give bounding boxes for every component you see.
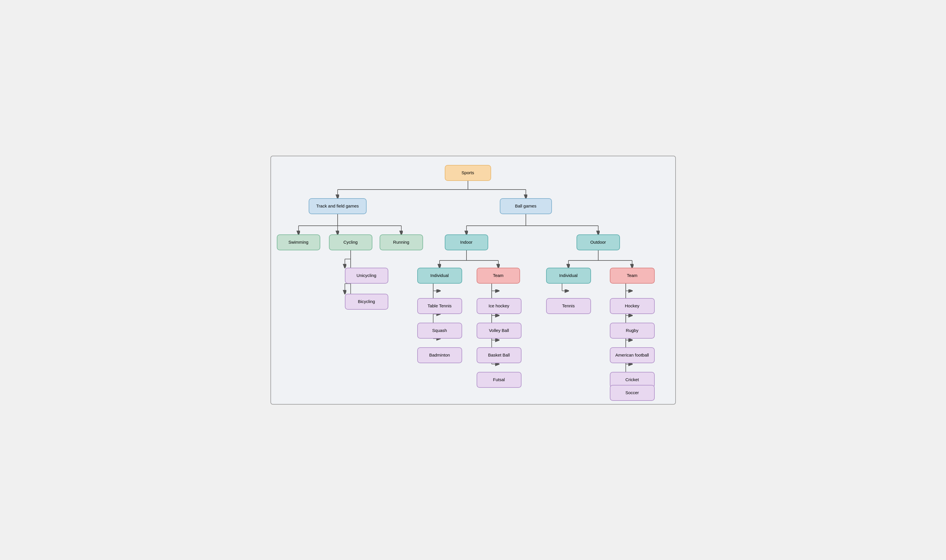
node-sports: Sports bbox=[445, 165, 491, 181]
node-basketball: Basket Ball bbox=[477, 347, 521, 363]
node-hockey: Hockey bbox=[610, 298, 655, 314]
node-track: Track and field games bbox=[309, 198, 367, 214]
node-ball: Ball games bbox=[500, 198, 552, 214]
node-badminton: Badminton bbox=[417, 347, 462, 363]
diagram-container: Sports Track and field games Ball games … bbox=[270, 156, 676, 405]
node-individual-outdoor: Individual bbox=[546, 268, 591, 284]
node-swimming: Swimming bbox=[277, 234, 320, 250]
node-squash: Squash bbox=[417, 323, 462, 338]
node-individual-indoor: Individual bbox=[417, 268, 462, 284]
node-indoor: Indoor bbox=[445, 234, 488, 250]
node-team-indoor: Team bbox=[477, 268, 520, 284]
node-americanfootball: American football bbox=[610, 347, 655, 363]
node-soccer: Soccer bbox=[610, 385, 655, 401]
node-tabletennis: Table Tennis bbox=[417, 298, 462, 314]
node-bicycling: Bicycling bbox=[345, 294, 388, 310]
node-cycling: Cycling bbox=[329, 234, 372, 250]
node-rugby: Rugby bbox=[610, 323, 655, 338]
node-team-outdoor: Team bbox=[610, 268, 655, 284]
node-running: Running bbox=[380, 234, 423, 250]
node-volleyball: Volley Ball bbox=[477, 323, 521, 338]
node-outdoor: Outdoor bbox=[576, 234, 620, 250]
node-futsal: Futsal bbox=[477, 372, 521, 388]
node-unicycling: Unicycling bbox=[345, 268, 388, 284]
node-tennis: Tennis bbox=[546, 298, 591, 314]
node-icehockey: Ice hockey bbox=[477, 298, 521, 314]
